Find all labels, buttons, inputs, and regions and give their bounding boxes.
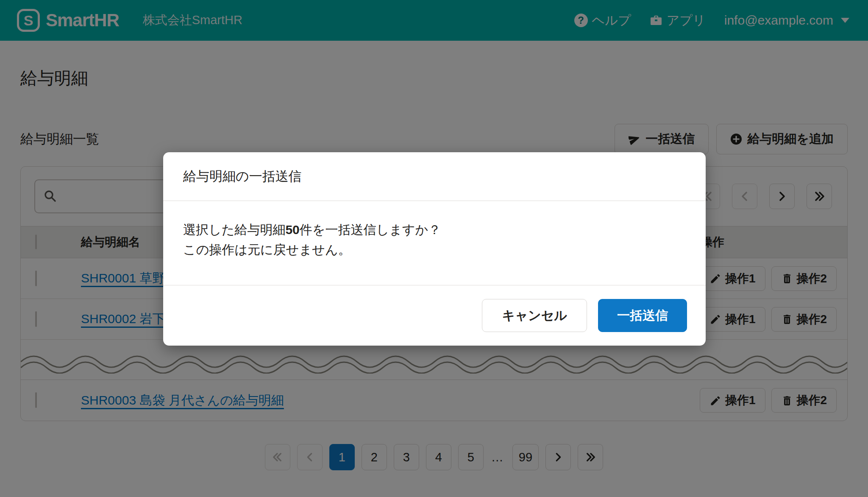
dialog-title: 給与明細の一括送信	[163, 152, 706, 201]
dialog-message-line2: この操作は元に戻せません。	[183, 240, 686, 260]
dialog-message-suffix: 件を一括送信しますか？	[300, 223, 441, 237]
confirm-bulk-send-button[interactable]: 一括送信	[598, 299, 687, 332]
app-window: S SmartHR 株式会社SmartHR ? ヘルプ アプリ info@exa…	[0, 0, 868, 497]
bulk-send-dialog: 給与明細の一括送信 選択した給与明細50件を一括送信しますか？ この操作は元に戻…	[163, 152, 706, 346]
dialog-body: 選択した給与明細50件を一括送信しますか？ この操作は元に戻せません。	[163, 201, 706, 285]
dialog-message-line1: 選択した給与明細50件を一括送信しますか？	[183, 220, 686, 240]
dialog-selected-count: 50	[285, 223, 299, 237]
dialog-message-prefix: 選択した給与明細	[183, 223, 285, 237]
dialog-footer: キャンセル 一括送信	[163, 285, 706, 346]
cancel-button[interactable]: キャンセル	[482, 299, 587, 332]
